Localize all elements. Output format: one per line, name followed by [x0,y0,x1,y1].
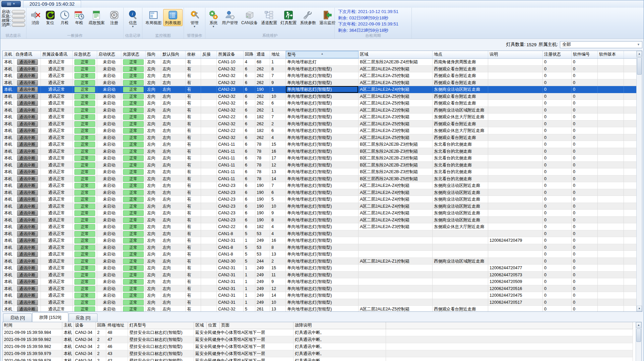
column-header[interactable]: 区域 [359,51,433,58]
scroll-up-button[interactable]: ▲ [636,322,641,328]
ribbon-button-registered-mark[interactable]: R注册 [108,9,121,26]
table-row[interactable]: 本机通讯中断通讯正常正常未启动正常左向左向有CAN2-2261827单向地埋标志… [3,114,637,121]
fault-row[interactable]: 2021-09-09 15:39:59.982本机CAN2-34246壁挂安全出… [3,343,633,350]
column-header[interactable]: 位置 [207,322,220,329]
column-header[interactable]: 区域 [194,322,207,329]
column-header[interactable]: 页面 [220,322,294,329]
table-row[interactable]: 本机通讯中断通讯正常正常未启动正常左向左向有CAN2-32626210单向地埋标… [3,93,637,100]
table-row[interactable]: 本机通讯中断通讯正常正常未启动正常左向左向有CAN2-31124912单向地埋标… [3,285,637,292]
scroll-thumb[interactable] [636,329,641,342]
column-header[interactable]: 故障说明 [294,322,386,329]
scroll-up-button[interactable]: ▲ [637,51,642,57]
table-row[interactable]: 本机通讯中断通讯正常正常未启动正常左向左向有CAN2-23619010单向地埋标… [3,203,637,210]
table-row[interactable]: 本机通讯中断通讯正常正常未启动正常左向左向有CAN1-1167817单向地埋标志… [3,155,637,162]
ribbon-button-gears[interactable]: 系统▼ [207,9,220,29]
ribbon-button-evacuation-plan[interactable]: 疏散预案 [87,9,106,26]
ribbon-button-layout-view[interactable]: 布局视图 [144,9,163,26]
table-row[interactable]: 本机通讯中断通讯正常正常未启动正常左向左向有CAN2-2361905单向地埋标志… [3,196,637,203]
column-header[interactable]: 所属设备通讯 [41,51,73,58]
column-header[interactable]: 自身通讯 [14,51,41,58]
fault-row[interactable]: 2021-09-09 15:39:59.978本机CAN2-34242壁挂安全出… [3,357,633,361]
host-filter-dropdown[interactable]: 全部 ▼ [560,41,642,48]
column-header[interactable]: 地址 [270,51,286,58]
table-row[interactable]: 本机通讯中断通讯正常正常未启动正常左向左向有CAN2-32526113单向地埋标… [3,306,637,312]
table-row[interactable]: 本机通讯中断通讯正常正常未启动正常左向左向有CAN2-3262622单向地埋标志… [3,121,637,128]
scroll-thumb[interactable] [637,57,642,75]
column-header[interactable]: 注册状态 [543,51,572,58]
table-row[interactable]: 本机通讯中断通讯正常正常未启动正常左向左向有CAN2-3262621单向地埋标志… [3,107,637,114]
table-row[interactable]: 本机通讯中断通讯正常正常未启动正常左向左向有CAN2-31124911单向地埋标… [3,272,637,279]
column-header[interactable]: 主机 [3,51,14,58]
column-header[interactable]: 反接 [201,51,217,58]
column-header[interactable]: 设备 [74,322,96,329]
ribbon-button-calendar-clock[interactable]: 年检 [72,9,86,26]
fault-log-scrollbar[interactable]: ▲ [636,322,641,361]
column-header[interactable]: 应急状态 [73,51,97,58]
ribbon-button-exit-man[interactable]: 灯具配置 [279,9,298,26]
table-row[interactable]: 本机通讯中断通讯正常正常未启动正常左向左向有CAN2-2361907单向地埋标志… [3,182,637,189]
table-row[interactable]: 本机通讯中断通讯正常正常未启动正常左向左向有CAN1-855313单向地埋标志灯… [3,251,637,258]
table-row[interactable]: 本机通讯中断通讯正常正常未启动正常左向左向有CAN2-31124914单向地埋标… [3,292,637,299]
column-header[interactable]: 终端地址 [106,322,128,329]
table-row[interactable]: 本机通讯中断通讯正常正常未启动正常左向左向有CAN2-31124910单向地埋标… [3,299,637,306]
table-row[interactable]: 本机通讯中断通讯正常正常未启动正常左向左向有CAN2-3262626单向地埋标志… [3,100,637,107]
table-row[interactable]: 本机通讯中断通讯正常正常未启动正常左向左向有CAN1-85534单向地埋标志灯(… [3,230,637,237]
table-row[interactable]: 本机通讯中断通讯正常正常未启动正常左向左向有CAN2-3262629单向地埋标志… [3,79,637,86]
column-header[interactable]: 型号▲ [286,51,359,58]
table-row[interactable]: 本机通讯中断通讯正常正常未启动正常左向左向有CAN2-2261824单向地埋标志… [3,223,637,230]
ribbon-button-gear-wrench[interactable]: 管理▼ [188,9,201,29]
ribbon-button-wrench[interactable]: 系统参数 [298,9,318,26]
ribbon-button-clock[interactable]: 月检 [58,9,71,26]
table-row[interactable]: 本机通讯中断通讯正常正常未启动正常左向左向有CAN1-1167816单向地埋标志… [3,148,637,155]
ribbon-button-list-view[interactable]: 列表视图 [163,9,183,26]
column-header[interactable]: 所属设备 [217,51,244,58]
ribbon-button-exit-door[interactable]: 退出监控 [318,9,337,26]
ribbon-button-mute-speaker[interactable]: 消音 [29,9,42,26]
column-header[interactable]: 主机 [62,322,74,329]
device-table-scrollbar[interactable]: ▲ ▼ [636,51,642,311]
bottom-tab-1[interactable]: 故障 [1529] [32,312,68,322]
column-header[interactable]: 光源状态 [121,51,146,58]
column-header[interactable]: 默认指向 [161,51,186,58]
table-row[interactable]: 本机通讯中断通讯正常正常未启动正常左向左向有CAN1-1167814单向地埋标志… [3,175,637,183]
column-header[interactable]: 软件编号 [572,51,598,58]
table-row[interactable]: 本机通讯中断通讯正常正常未启动正常左向左向有CAN2-2361909单向地埋标志… [3,210,637,217]
column-header[interactable]: 启动状态 [97,51,121,58]
column-header[interactable]: 软件版本 [598,51,624,58]
table-row[interactable]: 本机通讯中断通讯正常正常未启动正常左向左向有CAN1-1167815单向地埋标志… [3,141,637,148]
ribbon-button-info-magnifier[interactable]: i信息▼ [126,9,140,29]
column-header[interactable]: 通道 [255,51,270,58]
column-header[interactable]: 说明 [488,51,543,58]
column-header[interactable]: 时间 [3,322,62,329]
ribbon-button-user-gear[interactable]: 用户管理 [220,9,240,26]
ribbon-button-device-box[interactable]: CAN设备 [240,9,259,26]
table-row[interactable]: 本机通讯中断通讯正常正常未启动正常左向左向有CAN1-85538单向地埋标志灯(… [3,244,637,251]
fault-row[interactable]: 2021-09-09 15:39:59.982本机CAN2-34247壁挂安全出… [3,336,633,343]
scroll-down-button[interactable]: ▼ [637,306,642,311]
fault-row[interactable]: 2021-09-09 15:39:59.984本机CAN2-34248壁挂安全出… [3,329,633,336]
table-row[interactable]: 本机通讯中断通讯正常正常未启动正常左向左向有CAN2-2361901单向地埋标志… [3,86,637,93]
table-row[interactable]: 本机通讯中断通讯正常正常未启动正常左向左向有CAN2-3262624单向地埋标志… [3,134,637,141]
column-header[interactable]: 指向 [146,51,161,58]
window-title-tab[interactable]: 2021-09-09 15:40:32 [23,0,81,8]
column-header[interactable]: 回路 [96,322,106,329]
table-row[interactable]: 本机通讯中断通讯正常正常未启动正常左向左向有CAN1-1167812单向地埋标志… [3,162,637,169]
column-header[interactable]: 地点 [433,51,488,58]
app-menu-button[interactable]: ▼ [1,1,21,7]
ribbon-button-reset-arrow[interactable]: 复位 [44,9,57,26]
table-row[interactable]: 本机通讯中断通讯正常正常未启动正常左向左向有CAN2-2361906单向地埋标志… [3,189,637,196]
table-row[interactable]: 本机通讯中断通讯正常正常未启动正常左向左向有CAN1-104681单向地埋标志灯… [3,59,637,66]
table-row[interactable]: 本机通讯中断通讯正常正常未启动正常左向左向有CAN2-3262628单向地埋标志… [3,66,637,73]
column-header[interactable]: 坐标 [186,51,201,58]
table-row[interactable]: 本机通讯中断通讯正常正常未启动正常左向左向有CAN2-3052442单向地埋标志… [3,258,637,265]
table-row[interactable]: 本机通讯中断通讯正常正常未启动正常左向左向有CAN2-2361908单向地埋标志… [3,217,637,224]
table-row[interactable]: 本机通讯中断通讯正常正常未启动正常左向左向有CAN2-3262627单向地埋标志… [3,72,637,79]
table-row[interactable]: 本机通讯中断通讯正常正常未启动正常左向左向有CAN2-31124916单向地埋标… [3,237,637,244]
bottom-tab-2[interactable]: 应急 [0] [69,313,98,322]
table-row[interactable]: 本机通讯中断通讯正常正常未启动正常左向左向有CAN2-31124915单向地埋标… [3,265,637,272]
bottom-tab-0[interactable]: 启动 [0] [3,313,32,322]
table-row[interactable]: 本机通讯中断通讯正常正常未启动正常左向左向有CAN2-3112499单向地埋标志… [3,278,637,285]
ribbon-button-channel-tree[interactable]: 通道配置 [259,9,279,26]
column-header[interactable]: 回路 [244,51,255,58]
table-row[interactable]: 本机通讯中断通讯正常正常未启动正常左向左向有CAN1-1167813单向地埋标志… [3,168,637,175]
